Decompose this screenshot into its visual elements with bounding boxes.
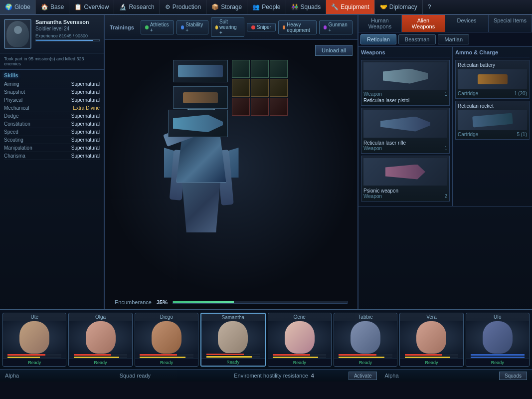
portrait-samantha[interactable]: Samantha Ready <box>200 313 265 367</box>
resistance-item: Enviroment hostility resistance 4 <box>234 373 341 379</box>
skills-section: Skills Aiming Supernatural Snapshot Supe… <box>0 70 104 163</box>
inv-cell[interactable] <box>270 98 288 116</box>
inv-cell[interactable] <box>251 79 269 97</box>
portrait-name-samantha: Samantha <box>222 314 245 321</box>
squad-label2-item: Alpha <box>384 373 492 379</box>
unload-all-button[interactable]: Unload all <box>315 45 353 56</box>
inv-grid <box>232 60 288 116</box>
weapon-item-2[interactable]: Psionic weapon Weapon 2 <box>361 156 450 201</box>
bottom-status: Alpha Squad ready Enviroment hostility r… <box>0 369 532 382</box>
portrait-name-ute: Ute <box>30 313 38 321</box>
squads-icon: 👫 <box>291 3 299 10</box>
alien-tab-martian[interactable]: Martian <box>438 34 469 44</box>
ammo-item-0[interactable]: Reticulan battery Cartridge 1 (20) <box>455 60 530 99</box>
encumbrance-label: Encumberance <box>115 299 152 305</box>
nav-overview[interactable]: 📋 Overview <box>69 0 114 14</box>
portrait-status-tabbie: Ready <box>334 359 397 366</box>
trainings-bar: Trainings Athletics + Stability + Suit w… <box>105 15 357 40</box>
tab-devices[interactable]: Devices <box>445 15 489 32</box>
large-weapon-display <box>168 110 228 137</box>
training-sniper[interactable]: Sniper <box>247 23 276 31</box>
portrait-status-samantha: Ready <box>201 358 264 366</box>
inv-cell[interactable] <box>251 60 269 78</box>
skill-row: Charisma Supernatural <box>4 152 100 160</box>
training-athletics[interactable]: Athletics + <box>141 20 174 34</box>
ammo-item-1[interactable]: Reticulan rocket Cartridge 5 (1) <box>455 101 530 140</box>
portrait-tabbie[interactable]: Tabbie Ready <box>334 313 397 367</box>
stamina-bar-gene <box>273 357 326 358</box>
help-icon: ? <box>428 3 431 10</box>
sniper-dot <box>251 25 255 29</box>
face-diego <box>152 321 181 354</box>
face-vera <box>416 321 446 354</box>
face-gene <box>285 321 315 354</box>
training-stability[interactable]: Stability + <box>177 20 208 34</box>
activate-button[interactable]: Activate <box>349 372 377 380</box>
soldier-info: Samantha Svensson Soldier level 24 Exper… <box>35 19 100 41</box>
soldier-name: Samantha Svensson <box>35 19 100 25</box>
face-tabbie <box>351 321 380 354</box>
health-bar-ute <box>7 354 61 356</box>
weapon-slot-top[interactable] <box>173 60 228 82</box>
equipment-icon: 🔧 <box>331 3 339 10</box>
tab-human-weapons[interactable]: Human Weapons <box>358 15 402 32</box>
face-ute <box>19 321 49 354</box>
tab-special-items[interactable]: Special Items <box>489 15 532 32</box>
skill-row: Speed Supernatural <box>4 128 100 136</box>
main-area: Samantha Svensson Soldier level 24 Exper… <box>0 15 532 309</box>
portrait-gene[interactable]: Gene Ready <box>268 313 332 367</box>
portrait-diego[interactable]: Diego Ready <box>135 313 198 367</box>
portrait-face-gene <box>268 321 331 354</box>
squads-button[interactable]: Squads <box>499 372 527 380</box>
weapon-image-1 <box>363 110 447 138</box>
nav-help[interactable]: ? <box>423 0 436 14</box>
squad-status-item: Squad ready <box>120 373 227 379</box>
gunman-dot <box>324 25 327 29</box>
skill-row: Snapshot Supernatural <box>4 88 100 96</box>
nav-equipment[interactable]: 🔧 Equipment <box>326 0 374 14</box>
skill-row: Scouting Supernatural <box>4 136 100 144</box>
large-weapon-shape <box>173 115 223 132</box>
stamina-bar-olga <box>74 357 127 358</box>
weapons-col-title: Weapons <box>361 49 450 57</box>
weapon-name-2: Psionic weapon <box>363 187 447 194</box>
nav-storage[interactable]: 📦 Storage <box>206 0 247 14</box>
ammo-name-0: Reticulan battery <box>458 62 527 68</box>
health-bar-samantha <box>206 354 260 355</box>
weapon-shape-pistol <box>383 69 428 84</box>
skills-title: Skills <box>4 72 100 78</box>
training-gunman[interactable]: Gunman + <box>319 20 353 34</box>
nav-diplomacy[interactable]: 🤝 Diplomacy <box>375 0 423 14</box>
portrait-face-tabbie <box>334 321 397 354</box>
tab-alien-weapons[interactable]: Alien Weapons <box>402 15 445 32</box>
nav-globe[interactable]: 🌍 Globe <box>0 0 36 14</box>
large-weapon-slot[interactable] <box>168 110 228 137</box>
training-suit-wearing[interactable]: Suit wearing + <box>211 17 244 37</box>
nav-production[interactable]: ⚙ Production <box>160 0 206 14</box>
alien-tab-beastman[interactable]: Beastman <box>398 34 436 44</box>
inv-cell[interactable] <box>232 60 250 78</box>
nav-research[interactable]: 🔬 Research <box>114 0 160 14</box>
nav-people[interactable]: 👥 People <box>247 0 286 14</box>
squad-status: Squad ready <box>120 373 151 379</box>
inv-cell[interactable] <box>232 98 250 116</box>
portrait-ute[interactable]: Ute Ready <box>2 313 66 367</box>
nav-base[interactable]: 🏠 Base <box>36 0 69 14</box>
inv-cell[interactable] <box>270 60 288 78</box>
nav-squads[interactable]: 👫 Squads <box>286 0 327 14</box>
inv-cell[interactable] <box>270 79 288 97</box>
portrait-ufo[interactable]: Ufo Ready <box>466 313 530 367</box>
globe-icon: 🌍 <box>5 3 12 10</box>
portrait-vera[interactable]: Vera Ready <box>399 313 463 367</box>
alien-tab-reticulan[interactable]: Reticulan <box>360 34 396 44</box>
inv-cell[interactable] <box>251 98 269 116</box>
trainings-label: Trainings <box>110 24 134 30</box>
inv-cell[interactable] <box>232 79 250 97</box>
weapon-item-1[interactable]: Reticulan laser rifle Weapon 1 <box>361 108 450 154</box>
training-heavy-equipment[interactable]: Heavy equipment <box>278 20 317 34</box>
portrait-status-olga: Ready <box>69 359 132 366</box>
portrait-olga[interactable]: Olga Ready <box>68 313 132 367</box>
battery-shape <box>478 74 508 84</box>
weapon-item-0[interactable]: Weapon 1 Reticulan laser pistol <box>361 60 450 106</box>
weapon-slot-bottom[interactable] <box>173 86 228 109</box>
